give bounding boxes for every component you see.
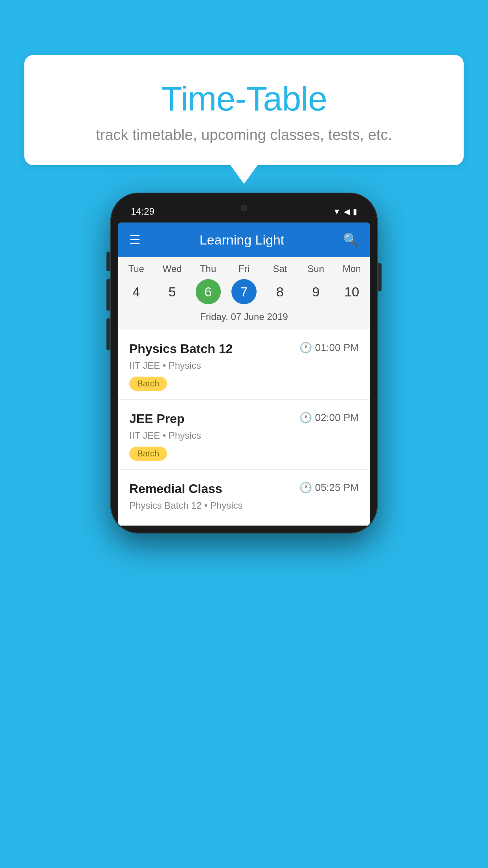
event-time-text-3: 05:25 PM [315, 482, 359, 494]
speech-bubble-container: Time-Table track timetable, upcoming cla… [24, 55, 464, 165]
status-time: 14:29 [131, 206, 154, 217]
event-header-1: Physics Batch 12 🕐 01:00 PM [129, 342, 359, 356]
volume-silent-button [106, 252, 110, 271]
event-time-3: 🕐 05:25 PM [299, 482, 359, 494]
clock-icon-1: 🕐 [299, 342, 312, 354]
bubble-subtitle: track timetable, upcoming classes, tests… [40, 127, 448, 143]
day-mon: Mon [334, 262, 370, 276]
day-sat: Sat [262, 262, 298, 276]
clock-icon-3: 🕐 [299, 482, 312, 494]
event-card-1[interactable]: Physics Batch 12 🕐 01:00 PM IIT JEE • Ph… [118, 330, 370, 400]
event-time-text-2: 02:00 PM [315, 412, 359, 424]
app-bar-title: Learning Light [152, 232, 332, 248]
date-10[interactable]: 10 [334, 279, 370, 304]
front-camera [241, 205, 247, 211]
status-bar: 14:29 ▼ ◀ ▮ [118, 200, 370, 223]
phone-mockup: 14:29 ▼ ◀ ▮ ☰ Learning Light 🔍 Tue [110, 193, 378, 533]
event-title-2: JEE Prep [129, 412, 185, 426]
event-time-2: 🕐 02:00 PM [299, 412, 359, 424]
day-numbers: 4 5 6 7 8 9 10 [118, 279, 370, 304]
event-time-text-1: 01:00 PM [315, 342, 359, 354]
event-subtitle-3: Physics Batch 12 • Physics [129, 500, 359, 511]
notch [220, 200, 268, 215]
phone-frame: 14:29 ▼ ◀ ▮ ☰ Learning Light 🔍 Tue [110, 193, 378, 533]
date-8[interactable]: 8 [262, 279, 298, 304]
wifi-icon: ▼ [333, 207, 341, 216]
event-header-3: Remedial Class 🕐 05:25 PM [129, 482, 359, 496]
event-title-1: Physics Batch 12 [129, 342, 233, 356]
hamburger-icon[interactable]: ☰ [129, 234, 141, 246]
volume-up-button [106, 279, 110, 311]
day-wed: Wed [154, 262, 190, 276]
date-4[interactable]: 4 [118, 279, 154, 304]
date-5[interactable]: 5 [154, 279, 190, 304]
event-header-2: JEE Prep 🕐 02:00 PM [129, 412, 359, 426]
phone-screen: ☰ Learning Light 🔍 Tue Wed Thu Fri Sat S… [118, 223, 370, 526]
calendar-strip: Tue Wed Thu Fri Sat Sun Mon 4 5 6 7 8 9 … [118, 257, 370, 330]
status-icons: ▼ ◀ ▮ [333, 207, 357, 216]
speech-bubble: Time-Table track timetable, upcoming cla… [24, 55, 464, 165]
event-time-1: 🕐 01:00 PM [299, 342, 359, 354]
event-card-3[interactable]: Remedial Class 🕐 05:25 PM Physics Batch … [118, 470, 370, 526]
signal-icon: ◀ [344, 207, 350, 216]
date-9[interactable]: 9 [298, 279, 334, 304]
day-headers: Tue Wed Thu Fri Sat Sun Mon [118, 262, 370, 276]
event-badge-2: Batch [129, 447, 167, 461]
day-sun: Sun [298, 262, 334, 276]
bubble-title: Time-Table [40, 79, 448, 119]
app-bar: ☰ Learning Light 🔍 [118, 223, 370, 257]
date-7-selected[interactable]: 7 [231, 279, 257, 304]
clock-icon-2: 🕐 [299, 412, 312, 424]
day-tue: Tue [118, 262, 154, 276]
event-title-3: Remedial Class [129, 482, 222, 496]
day-thu: Thu [190, 262, 226, 276]
event-subtitle-2: IIT JEE • Physics [129, 430, 359, 441]
event-badge-1: Batch [129, 377, 167, 391]
battery-icon: ▮ [353, 207, 357, 216]
power-button [378, 263, 382, 291]
search-icon[interactable]: 🔍 [343, 232, 359, 247]
date-6-today[interactable]: 6 [196, 279, 221, 304]
event-card-2[interactable]: JEE Prep 🕐 02:00 PM IIT JEE • Physics Ba… [118, 400, 370, 470]
day-fri: Fri [226, 262, 262, 276]
selected-date-label: Friday, 07 June 2019 [118, 308, 370, 328]
events-container: Physics Batch 12 🕐 01:00 PM IIT JEE • Ph… [118, 330, 370, 526]
volume-down-button [106, 318, 110, 350]
event-subtitle-1: IIT JEE • Physics [129, 360, 359, 371]
